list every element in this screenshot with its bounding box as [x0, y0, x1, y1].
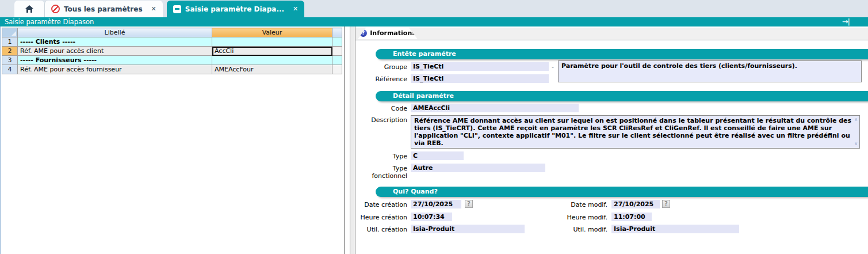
tab-saisie-parametre[interactable]: Saisie paramètre Diapa... ✕ — [167, 1, 305, 17]
close-icon[interactable]: ✕ — [293, 5, 298, 13]
cell-valeur[interactable]: AMEAccFour — [212, 65, 332, 74]
util-modif-label: Util. modif. — [545, 226, 607, 233]
cell-sliver — [332, 47, 342, 56]
util-creation-field[interactable]: Isia-Produit — [411, 225, 525, 233]
tab-label: Informations — [370, 29, 416, 37]
cell-valeur-selected[interactable]: AccCli — [212, 47, 332, 56]
cell-libelle[interactable]: Réf. AME pour accès fournisseur — [18, 65, 212, 74]
cell-sliver — [332, 56, 342, 65]
tab-home[interactable] — [14, 1, 44, 17]
type-fonctionnel-field[interactable]: Autre — [411, 164, 545, 172]
cell-libelle[interactable]: Réf. AME pour accès client — [18, 47, 212, 56]
parameters-table: Libellé Valeur 1 ----- Clients ----- 2 R… — [2, 28, 342, 74]
cell-valeur[interactable] — [212, 37, 332, 47]
tab-informations[interactable]: ? Informations — [358, 27, 418, 39]
main-area: Libellé Valeur 1 ----- Clients ----- 2 R… — [0, 26, 868, 254]
description-text: Référence AME donnant accès au client su… — [414, 117, 851, 147]
app-window: Tous les paramètres ✕ Saisie paramètre D… — [0, 0, 868, 254]
date-creation-label: Date création — [355, 201, 407, 208]
code-field[interactable]: AMEAccCli — [411, 104, 579, 112]
groupe-description-box[interactable]: Paramètre pour l'outil de controle des t… — [558, 60, 862, 82]
tab-label: Saisie paramètre Diapa... — [185, 5, 284, 13]
row-number[interactable]: 1 — [2, 37, 18, 47]
detail-tab-row — [355, 28, 868, 40]
section-header-qui-quand: Qui? Quand? — [376, 187, 868, 197]
column-header-sliver — [332, 28, 342, 37]
date-modif-helper-button[interactable]: ? — [662, 200, 670, 208]
cell-sliver — [332, 65, 342, 74]
screen-title: Saisie paramètre Diapason — [5, 18, 94, 26]
no-entry-icon — [51, 5, 60, 13]
window-minus-icon — [173, 5, 181, 13]
home-icon — [25, 5, 34, 13]
parameters-grid-panel: Libellé Valeur 1 ----- Clients ----- 2 R… — [0, 26, 345, 254]
cell-sliver — [332, 37, 342, 47]
reference-field[interactable]: IS_TieCtl — [411, 74, 549, 83]
table-row: 2 Réf. AME pour accès client AccCli — [2, 47, 342, 56]
date-modif-field[interactable]: 27/10/2025 — [611, 200, 660, 208]
description-label: Description — [355, 116, 407, 124]
goto-end-icon[interactable]: →| — [842, 17, 850, 26]
row-number[interactable]: 4 — [2, 65, 18, 74]
row-number[interactable]: 3 — [2, 56, 18, 65]
tab-label: Tous les paramètres — [64, 5, 143, 13]
groupe-label: Groupe — [355, 63, 407, 71]
heure-modif-label: Heure modif. — [545, 214, 607, 221]
screen-titlebar: Saisie paramètre Diapason →| — [0, 17, 868, 26]
date-creation-field[interactable]: 27/10/2025 — [411, 200, 461, 208]
util-modif-field[interactable]: Isia-Produit — [611, 225, 739, 233]
column-header-valeur[interactable]: Valeur — [212, 28, 332, 37]
util-creation-label: Util. création — [355, 226, 407, 233]
scroll-up-icon[interactable]: ∧ — [854, 117, 858, 122]
table-row: 3 ----- Fournisseurs ----- — [2, 56, 342, 65]
scroll-down-icon[interactable]: ∨ — [854, 142, 858, 146]
code-label: Code — [355, 105, 407, 112]
select-all-corner[interactable] — [2, 28, 18, 37]
date-modif-label: Date modif. — [545, 201, 607, 208]
type-label: Type — [355, 153, 407, 160]
table-header-row: Libellé Valeur — [2, 28, 342, 37]
heure-creation-label: Heure création — [355, 214, 407, 221]
table-row: 1 ----- Clients ----- — [2, 37, 342, 47]
column-header-libelle[interactable]: Libellé — [18, 28, 212, 37]
reference-label: Référence — [355, 75, 407, 83]
row-number[interactable]: 2 — [2, 47, 18, 56]
tab-tous-les-parametres[interactable]: Tous les paramètres ✕ — [44, 1, 163, 17]
cell-libelle[interactable]: ----- Clients ----- — [18, 37, 212, 47]
detail-panel: ? Informations Entête paramétre Groupe I… — [355, 26, 868, 254]
panel-splitter[interactable] — [350, 26, 355, 254]
cell-valeur[interactable] — [212, 56, 332, 65]
separator-dash: - — [552, 63, 554, 70]
table-row: 4 Réf. AME pour accès fournisseur AMEAcc… — [2, 65, 342, 74]
tab-strip: Tous les paramètres ✕ Saisie paramètre D… — [0, 0, 868, 17]
close-icon[interactable]: ✕ — [151, 5, 156, 13]
type-field[interactable]: C — [411, 151, 464, 160]
heure-creation-field[interactable]: 10:07:34 — [411, 213, 452, 221]
section-header-entete: Entête paramétre — [376, 49, 868, 59]
heure-modif-field[interactable]: 11:07:00 — [611, 213, 652, 221]
cell-libelle[interactable]: ----- Fournisseurs ----- — [18, 56, 212, 65]
description-textarea[interactable]: Référence AME donnant accès au client su… — [411, 115, 860, 149]
section-header-detail: Détail paramétre — [376, 91, 868, 101]
type-fonctionnel-label: Type fonctionnel — [355, 165, 407, 180]
groupe-field[interactable]: IS_TieCtl — [411, 62, 549, 71]
date-creation-helper-button[interactable]: ? — [465, 200, 473, 208]
